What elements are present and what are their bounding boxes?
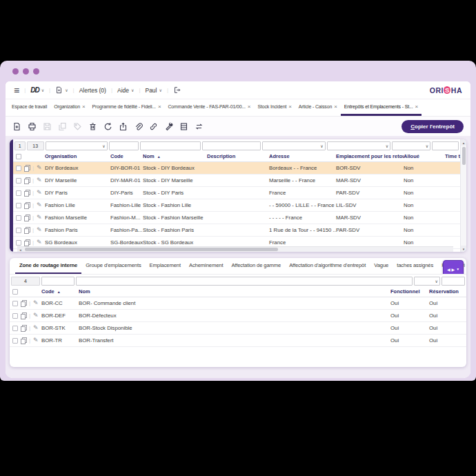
tab-taches-assignes[interactable]: taches assignés [393, 258, 437, 274]
filter-alloue[interactable]: ∨ [392, 141, 430, 150]
table-row[interactable]: |✎ DIY Marseille DIY-MAR-01 Stock - DIY … [13, 175, 460, 187]
filter-adresse[interactable]: ∨ [262, 141, 326, 150]
window-dot[interactable] [33, 68, 39, 75]
nav-down-icon[interactable]: ▼ [456, 267, 459, 271]
transfer-icon[interactable] [195, 122, 204, 131]
tab-scroll-widget[interactable]: ◀ ▶ ▼ [443, 260, 464, 275]
user-menu[interactable]: Paul ∨ [145, 87, 161, 94]
row-checkbox[interactable] [16, 190, 21, 196]
tab-groupe-emplacements[interactable]: Groupe d'emplacements [81, 258, 145, 274]
table-row[interactable]: |✎ DIY Bordeaux DIY-BOR-01 Stock - DIY B… [13, 162, 460, 175]
edit-pencil-icon[interactable]: ✎ [37, 215, 42, 221]
filter-nom[interactable] [140, 141, 201, 150]
edit-pencil-icon[interactable]: ✎ [33, 300, 39, 306]
col-code[interactable]: Code [110, 153, 143, 159]
table-row[interactable]: |✎ Fashion Paris Fashion-Pa... Stock - F… [13, 224, 460, 237]
copy-row-icon[interactable] [24, 165, 30, 171]
edit-pencil-icon[interactable]: ✎ [33, 313, 39, 319]
col-emplacement-retours[interactable]: Emplacement pour les retours [336, 153, 404, 159]
copy-row-icon[interactable] [21, 313, 26, 319]
col-code[interactable]: Code ▲ [41, 288, 79, 295]
tab-entrepots-emplacements[interactable]: Entrepôts et Emplacements - St... × [341, 99, 422, 116]
tab-vague[interactable]: Vague [370, 258, 393, 274]
close-icon[interactable]: × [82, 103, 86, 110]
col-time-to-f[interactable]: Time to F [445, 153, 460, 159]
close-icon[interactable]: × [415, 103, 418, 110]
row-checkbox[interactable] [16, 240, 21, 246]
filter-fonctionnel[interactable]: ∨ [414, 277, 440, 286]
filter-nom[interactable] [76, 277, 413, 286]
edit-pencil-icon[interactable]: ✎ [33, 337, 39, 344]
scrollbar-thumb[interactable] [462, 147, 466, 165]
scroll-left-icon[interactable]: ◂ [17, 247, 23, 252]
row-checkbox[interactable] [16, 215, 21, 221]
nav-left-icon[interactable]: ◀ [447, 267, 450, 272]
table-row[interactable]: |✎ BOR-DEF BOR-Défecteux Oui Oui [10, 310, 466, 322]
tab-commande-vente[interactable]: Commande Vente - FAS-PAR-01/00... × [164, 99, 254, 116]
export-icon[interactable] [119, 122, 128, 131]
row-checkbox[interactable] [16, 228, 21, 233]
table-row[interactable]: |✎ BOR-TR BOR-Transfert Oui Oui [10, 335, 466, 347]
col-fonctionnel[interactable]: Fonctionnel [390, 288, 429, 295]
attachment-icon[interactable] [134, 122, 143, 131]
filter-reservation[interactable] [442, 277, 465, 286]
document-menu[interactable]: ∨ [55, 86, 68, 94]
edit-pencil-icon[interactable]: ✎ [37, 190, 42, 196]
edit-pencil-icon[interactable]: ✎ [37, 239, 42, 246]
col-adresse[interactable]: Adresse [269, 153, 336, 159]
row-checkbox[interactable] [12, 326, 18, 331]
copy-row-icon[interactable] [24, 202, 30, 208]
alerts-menu[interactable]: Alertes (0) [79, 87, 106, 94]
print-icon[interactable] [28, 122, 37, 131]
filter-code[interactable] [109, 141, 139, 150]
archive-icon[interactable] [179, 122, 188, 131]
col-nom[interactable]: Nom ▲ [143, 153, 207, 159]
window-dot[interactable] [23, 68, 29, 75]
horizontal-scrollbar[interactable]: ◂ [17, 246, 453, 252]
tab-organization[interactable]: Organization × [50, 99, 88, 116]
tab-stock-incident[interactable]: Stock Incident × [254, 99, 295, 116]
table-row[interactable]: |✎ Fashion Lille Fashion-Lille Stock - F… [13, 199, 460, 212]
window-dot[interactable] [12, 68, 19, 75]
filter-code[interactable] [41, 277, 75, 286]
copy-row-icon[interactable] [21, 325, 26, 331]
scroll-up-icon[interactable]: ▴ [461, 139, 466, 146]
select-all-checkbox[interactable] [12, 289, 18, 295]
row-checkbox[interactable] [16, 166, 21, 171]
edit-pencil-icon[interactable]: ✎ [37, 227, 42, 233]
col-organisation[interactable]: Organisation [45, 153, 110, 159]
dd-app-menu[interactable]: DD ∨ [30, 86, 44, 94]
tab-affectation-algorithme[interactable]: Affectation d'algorithme d'entrepôt [285, 258, 370, 274]
table-row[interactable]: |✎ BOR-CC BOR- Commande client Oui Oui [10, 297, 466, 310]
col-alloue[interactable]: Alloué [404, 153, 445, 159]
col-reservation[interactable]: Réservation [429, 288, 466, 295]
table-row[interactable]: |✎ Fashion Marseille Fashion-M... Stock … [13, 212, 460, 224]
filter-time-to-f[interactable] [432, 141, 459, 150]
close-icon[interactable]: × [288, 103, 292, 110]
copy-row-icon[interactable] [21, 337, 26, 344]
help-menu[interactable]: Aide ∨ [117, 87, 134, 94]
select-all-checkbox[interactable] [16, 154, 21, 159]
scroll-down-icon[interactable]: ▾ [461, 246, 466, 252]
table-row[interactable]: |✎ BOR-STK BOR-Stock Disponible Oui Oui [10, 322, 466, 335]
copy-row-icon[interactable] [24, 227, 30, 233]
copy-row-icon[interactable] [24, 215, 30, 221]
edit-pencil-icon[interactable]: ✎ [37, 177, 42, 184]
filter-organisation[interactable]: ∨ [46, 141, 108, 150]
close-icon[interactable]: × [248, 103, 251, 110]
tools-icon[interactable] [164, 122, 173, 131]
tab-zone-routage-interne[interactable]: Zone de routage interne [15, 258, 81, 274]
row-checkbox[interactable] [12, 338, 18, 344]
nav-right-icon[interactable]: ▶ [452, 267, 455, 272]
scrollbar-thumb[interactable] [25, 248, 278, 251]
refresh-icon[interactable] [103, 122, 112, 131]
col-nom[interactable]: Nom [79, 288, 390, 295]
col-description[interactable]: Description [207, 153, 269, 159]
tab-article-caisson[interactable]: Article - Caisson × [295, 99, 341, 116]
filter-description[interactable] [202, 141, 261, 150]
edit-pencil-icon[interactable]: ✎ [37, 165, 42, 171]
row-checkbox[interactable] [12, 313, 18, 319]
vertical-scrollbar[interactable]: ▴ ▾ [460, 139, 466, 252]
copy-warehouse-button[interactable]: Copier l'entrepôt [401, 120, 464, 133]
copy-row-icon[interactable] [21, 300, 26, 306]
